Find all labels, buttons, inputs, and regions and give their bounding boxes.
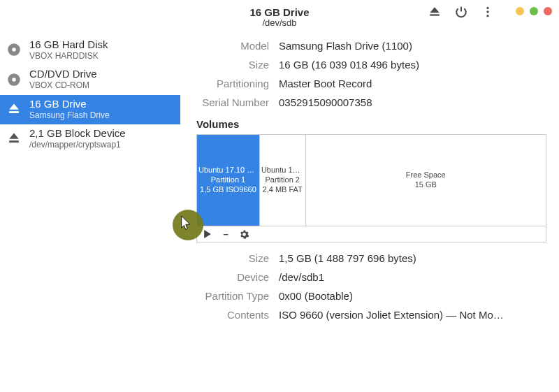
volume-block-1[interactable]: Ubuntu 17…Partition 22,4 MB FAT — [260, 135, 306, 226]
field-label: Partitioning — [181, 78, 269, 89]
drive-icon — [6, 130, 22, 147]
content-pane: ModelSamsung Flash Drive (1100)Size16 GB… — [181, 36, 559, 392]
sidebar-item-2[interactable]: 16 GB DriveSamsung Flash Drive — [0, 95, 180, 124]
volumes-toolbar: − — [196, 226, 546, 242]
delete-partition-button[interactable]: − — [219, 228, 232, 240]
header-title-block: 16 GB Drive /dev/sdb — [249, 7, 309, 29]
field-value: Samsung Flash Drive (1100) — [279, 40, 546, 52]
power-button[interactable] — [453, 3, 470, 20]
volume-name: Ubuntu 17.10 a… — [198, 166, 258, 175]
header-subtitle: /dev/sdb — [249, 18, 309, 28]
play-icon — [203, 230, 212, 238]
volume-block-0[interactable]: Ubuntu 17.10 a…Partition 11,5 GB ISO9660 — [197, 135, 260, 226]
sidebar-item-3[interactable]: 2,1 GB Block Device/dev/mapper/cryptswap… — [0, 124, 180, 154]
drive-icon — [6, 101, 22, 117]
volume-line3: 15 GB — [415, 180, 437, 190]
window-minimize[interactable] — [516, 7, 524, 15]
field-label: Device — [181, 271, 269, 283]
eject-icon — [428, 6, 441, 18]
field-label: Size — [181, 252, 269, 264]
sidebar-item-subtitle: /dev/mapper/cryptswap1 — [29, 140, 126, 150]
svg-point-5 — [12, 48, 16, 52]
volume-line2: Free Space — [406, 170, 446, 180]
svg-point-2 — [486, 10, 488, 13]
volume-line3: 2,4 MB FAT — [263, 185, 303, 195]
field-label: Serial Number — [181, 96, 269, 108]
field-label: Contents — [181, 309, 269, 321]
partition-info: Size1,5 GB (1 488 797 696 bytes)Device/d… — [181, 252, 546, 321]
sidebar-item-title: 2,1 GB Block Device — [29, 127, 126, 140]
kebab-icon — [481, 6, 494, 18]
menu-button[interactable] — [479, 3, 496, 20]
volumes-diagram: Ubuntu 17.10 a…Partition 11,5 GB ISO9660… — [196, 134, 546, 226]
svg-point-1 — [486, 7, 488, 9]
volume-line2: Partition 1 — [211, 175, 246, 185]
field-label: Model — [181, 40, 269, 52]
sidebar-item-subtitle: VBOX CD-ROM — [29, 80, 97, 90]
sidebar-item-1[interactable]: CD/DVD DriveVBOX CD-ROM — [0, 65, 180, 94]
svg-rect-8 — [9, 111, 19, 113]
svg-rect-9 — [9, 140, 19, 143]
device-sidebar: 16 GB Hard DiskVBOX HARDDISKCD/DVD Drive… — [0, 36, 181, 392]
volume-block-2[interactable]: Free Space15 GB — [306, 135, 546, 226]
svg-point-7 — [12, 78, 16, 82]
field-value: 0x00 (Bootable) — [279, 290, 546, 302]
power-icon — [455, 6, 467, 18]
drive-info: ModelSamsung Flash Drive (1100)Size16 GB… — [181, 40, 546, 108]
sidebar-item-title: CD/DVD Drive — [29, 68, 97, 80]
field-value: 1,5 GB (1 488 797 696 bytes) — [279, 252, 546, 264]
mount-button[interactable] — [201, 228, 214, 240]
field-value: ISO 9660 (version Joliet Extension) — No… — [279, 309, 546, 321]
window-maximize[interactable] — [530, 7, 538, 15]
volume-name: Ubuntu 17… — [261, 166, 304, 175]
partition-settings-button[interactable] — [238, 228, 250, 240]
window-controls — [516, 7, 552, 15]
field-value: 0352915090007358 — [279, 96, 546, 108]
drive-icon — [6, 41, 22, 58]
field-value: Master Boot Record — [279, 78, 546, 89]
field-label: Size — [181, 59, 269, 71]
svg-point-3 — [486, 15, 488, 17]
sidebar-item-subtitle: VBOX HARDDISK — [29, 51, 108, 61]
sidebar-item-subtitle: Samsung Flash Drive — [29, 110, 110, 120]
volume-line2: Partition 2 — [265, 175, 300, 185]
field-value: 16 GB (16 039 018 496 bytes) — [279, 59, 546, 71]
header-title: 16 GB Drive — [249, 7, 309, 19]
field-value: /dev/sdb1 — [279, 271, 546, 283]
drive-icon — [6, 71, 22, 88]
gear-icon — [240, 230, 249, 239]
eject-button[interactable] — [426, 3, 443, 20]
headerbar: 16 GB Drive /dev/sdb — [0, 0, 559, 36]
window-close[interactable] — [544, 7, 552, 15]
sidebar-item-title: 16 GB Drive — [29, 98, 110, 110]
sidebar-item-0[interactable]: 16 GB Hard DiskVBOX HARDDISK — [0, 36, 180, 65]
sidebar-item-title: 16 GB Hard Disk — [29, 38, 108, 51]
field-label: Partition Type — [181, 290, 269, 302]
volumes-heading: Volumes — [196, 118, 546, 130]
svg-rect-0 — [430, 14, 440, 15]
volume-line3: 1,5 GB ISO9660 — [200, 185, 256, 195]
